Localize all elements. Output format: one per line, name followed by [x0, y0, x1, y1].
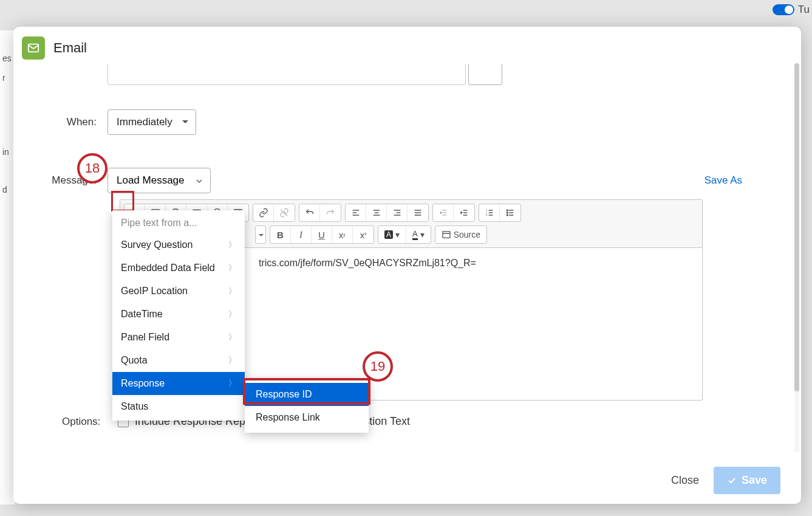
- align-justify-icon[interactable]: [408, 204, 428, 221]
- subscript-icon[interactable]: x₂: [332, 226, 353, 243]
- toggle-label: Tu: [798, 4, 810, 16]
- menu-item-datetime[interactable]: DateTime〉: [112, 303, 245, 326]
- submenu-item-response-link[interactable]: Response Link: [245, 406, 369, 429]
- svg-text:3: 3: [486, 213, 488, 216]
- align-left-icon[interactable]: [346, 204, 366, 221]
- piped-text-menu: Pipe text from a... Survey Question〉Embe…: [112, 210, 245, 421]
- background-toggle: Tu: [773, 4, 810, 16]
- bold-icon[interactable]: B: [270, 226, 291, 243]
- options-label: Options:: [47, 416, 118, 428]
- when-select[interactable]: Immediately: [107, 109, 196, 135]
- load-message-select[interactable]: Load Message: [107, 168, 211, 193]
- when-label: When:: [47, 116, 107, 128]
- annotation-18: 18: [77, 153, 107, 184]
- menu-item-response[interactable]: Response〉: [112, 372, 245, 395]
- save-as-link[interactable]: Save As: [705, 174, 742, 187]
- svg-rect-43: [443, 232, 450, 238]
- modal-title: Email: [53, 40, 87, 56]
- submenu-item-response-id[interactable]: Response ID: [245, 383, 369, 406]
- unlink-icon: [274, 204, 295, 221]
- subject-dropdown[interactable]: [468, 63, 502, 85]
- undo-icon[interactable]: [299, 204, 320, 221]
- toggle-switch[interactable]: [773, 4, 794, 15]
- response-submenu: Response IDResponse Link: [245, 379, 369, 433]
- save-button[interactable]: Save: [714, 467, 780, 494]
- menu-item-status[interactable]: Status〉: [112, 395, 245, 418]
- close-button[interactable]: Close: [671, 474, 699, 487]
- format-select-2[interactable]: [255, 225, 266, 244]
- svg-point-42: [507, 215, 508, 216]
- email-icon: [22, 36, 45, 60]
- source-button[interactable]: Source: [435, 226, 486, 243]
- menu-item-geoip-location[interactable]: GeoIP Location〉: [112, 280, 245, 303]
- svg-point-41: [507, 212, 508, 213]
- modal-header: Email: [13, 27, 801, 66]
- indent-icon[interactable]: [454, 204, 474, 221]
- superscript-icon[interactable]: x²: [353, 226, 374, 243]
- align-center-icon[interactable]: [366, 204, 387, 221]
- italic-icon[interactable]: I: [291, 226, 312, 243]
- text-color-icon[interactable]: A▾: [378, 226, 406, 243]
- bg-color-icon[interactable]: A▾: [406, 226, 431, 243]
- align-right-icon[interactable]: [387, 204, 408, 221]
- subject-input[interactable]: [107, 63, 466, 85]
- redo-icon: [320, 204, 341, 221]
- underline-icon[interactable]: U: [312, 226, 332, 243]
- svg-point-40: [507, 210, 508, 211]
- menu-item-quota[interactable]: Quota〉: [112, 349, 245, 372]
- annotation-19: 19: [363, 351, 393, 382]
- modal-footer: Close Save: [13, 456, 801, 504]
- menu-item-embedded-data-field[interactable]: Embedded Data Field〉: [112, 256, 245, 280]
- unordered-list-icon[interactable]: [500, 204, 520, 221]
- ordered-list-icon[interactable]: 123: [479, 204, 500, 221]
- menu-item-panel-field[interactable]: Panel Field〉: [112, 326, 245, 349]
- scrollbar[interactable]: [794, 63, 799, 452]
- menu-header: Pipe text from a...: [112, 210, 245, 233]
- link-icon[interactable]: [253, 204, 274, 221]
- menu-item-survey-question[interactable]: Survey Question〉: [112, 233, 245, 256]
- outdent-icon: [433, 204, 454, 221]
- annotation-highlight-18: [111, 191, 134, 212]
